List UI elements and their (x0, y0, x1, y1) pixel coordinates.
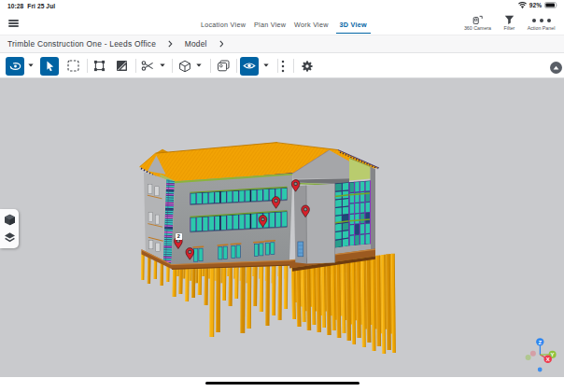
select-button[interactable] (40, 57, 59, 76)
axis-gizmo[interactable]: ZYX (508, 321, 564, 377)
collapse-toolbar-button[interactable] (550, 62, 562, 74)
axis-neg-z[interactable] (538, 367, 543, 371)
toolbar-separator (172, 59, 173, 73)
settings-icon (301, 60, 314, 73)
marquee-select-button[interactable] (63, 57, 82, 76)
orbit-button[interactable] (6, 57, 24, 76)
tab-plan-view[interactable]: Plan View (253, 14, 287, 35)
tower-door (298, 242, 303, 257)
camera-360-icon (472, 15, 483, 24)
tab-3d-view[interactable]: 3D View (336, 14, 371, 34)
layers-button[interactable] (3, 231, 16, 244)
building-model (0, 78, 564, 377)
axis-x[interactable]: X (543, 355, 552, 363)
trimble-connect-app: 10:28 Fri 25 Jul 92% Location View Plan … (0, 0, 564, 392)
model-views-dropdown-caret-icon[interactable] (196, 63, 202, 67)
axis-neg-y[interactable] (526, 354, 531, 359)
pin-count-badge[interactable]: 2 (176, 233, 182, 240)
visibility-button[interactable] (240, 57, 259, 76)
axis-neg-x[interactable] (530, 350, 536, 356)
svg-text:Y: Y (551, 351, 555, 357)
settings-button[interactable] (298, 57, 317, 76)
360-camera-button[interactable]: 360 Camera (462, 15, 493, 31)
more-options-button[interactable] (274, 57, 292, 76)
wifi-icon (518, 2, 527, 8)
clip-dropdown-caret-icon[interactable] (160, 63, 165, 67)
transform-button[interactable] (91, 57, 109, 76)
svg-text:Z: Z (538, 339, 542, 344)
marquee-select-icon (67, 60, 79, 72)
ellipsis-icon (530, 15, 553, 24)
clip-button[interactable] (138, 57, 157, 76)
breadcrumb-project[interactable]: Trimble Construction One - Leeds Office (7, 39, 156, 49)
battery-icon (544, 2, 558, 8)
clock-and-date: 10:28 Fri 25 Jul (7, 3, 55, 9)
chevron-right-icon (219, 40, 224, 48)
viewer-toolbar (0, 53, 564, 78)
transform-icon (93, 60, 106, 72)
tab-work-view[interactable]: Work View (293, 14, 330, 35)
menu-icon[interactable] (8, 18, 20, 29)
curtain-wall-b (349, 180, 371, 245)
breadcrumb: Trimble Construction One - Leeds Office … (0, 35, 564, 53)
svg-text:X: X (546, 357, 550, 362)
home-indicator[interactable] (205, 382, 360, 385)
toolbar-separator (87, 59, 88, 73)
models-button[interactable] (3, 214, 16, 227)
home-indicator-area (0, 377, 564, 392)
visibility-dropdown-caret-icon[interactable] (263, 63, 269, 67)
action-panel-button[interactable]: Action Panel (526, 15, 557, 31)
breadcrumb-model[interactable]: Model (185, 39, 207, 49)
status-bar: 10:28 Fri 25 Jul 92% (0, 0, 564, 13)
toolbar-separator (236, 59, 237, 73)
toolbar-separator (135, 59, 136, 73)
invert-selection-icon (116, 60, 128, 72)
chevron-right-icon (168, 40, 173, 48)
more-options-icon (281, 60, 285, 73)
viewport-side-panel (0, 209, 19, 248)
orbit-dropdown-caret-icon[interactable] (28, 63, 34, 67)
nav-bar: Location View Plan View Work View 3D Vie… (0, 13, 564, 35)
orbit-icon (8, 60, 22, 73)
invert-selection-button[interactable] (112, 57, 131, 76)
curtain-wall-a (335, 182, 349, 248)
stair-tower (294, 184, 335, 264)
filter-button[interactable]: Filter (494, 15, 525, 31)
snapshots-button[interactable] (214, 57, 233, 76)
funnel-icon (504, 15, 515, 24)
visibility-icon (243, 61, 256, 71)
model-views-icon (178, 60, 191, 73)
snapshots-icon (217, 60, 230, 72)
battery-percent: 92% (529, 2, 542, 8)
toolbar-separator (210, 59, 211, 73)
tab-location-view[interactable]: Location View (200, 14, 247, 35)
cube-icon (4, 214, 16, 226)
model-viewport[interactable]: 2 ZYX (0, 78, 564, 377)
view-tabs: Location View Plan View Work View 3D Vie… (200, 13, 371, 35)
model-views-button[interactable] (176, 57, 194, 76)
axis-z[interactable]: Z (536, 338, 543, 345)
select-icon (44, 60, 56, 72)
clip-icon (141, 60, 154, 72)
layers-icon (4, 231, 16, 244)
toolbar-separator (293, 59, 294, 73)
